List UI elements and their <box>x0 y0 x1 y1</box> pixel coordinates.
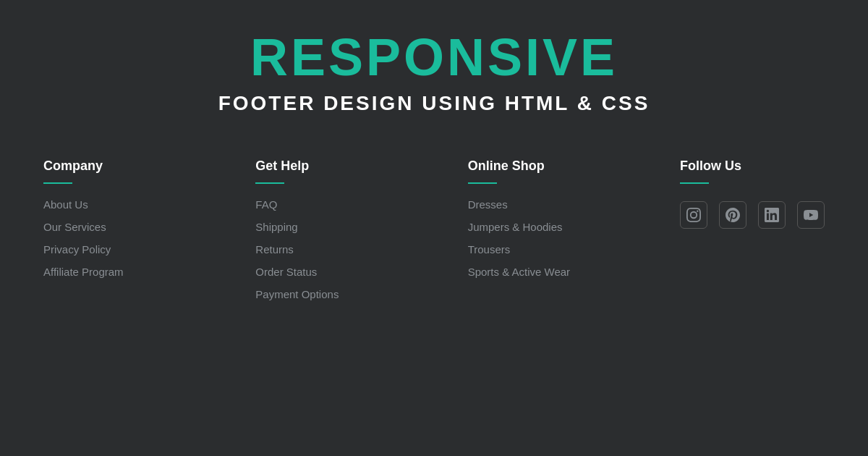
main-title: RESPONSIVE <box>14 29 854 86</box>
link-sports-active-wear[interactable]: Sports & Active Wear <box>468 266 598 278</box>
link-our-services[interactable]: Our Services <box>43 221 174 233</box>
follow-us-divider <box>680 182 709 184</box>
footer-column-follow-us: Follow Us <box>680 159 825 442</box>
pinterest-icon[interactable] <box>719 201 746 229</box>
get-help-divider <box>255 182 284 184</box>
link-affiliate-program[interactable]: Affiliate Program <box>43 266 174 278</box>
sub-title: FOOTER DESIGN USING HTML & CSS <box>14 92 854 115</box>
link-payment-options[interactable]: Payment Options <box>255 288 386 300</box>
page-wrapper: RESPONSIVE FOOTER DESIGN USING HTML & CS… <box>0 0 868 456</box>
youtube-icon[interactable] <box>797 201 825 229</box>
link-order-status[interactable]: Order Status <box>255 266 386 278</box>
link-trousers[interactable]: Trousers <box>468 243 598 256</box>
link-shipping[interactable]: Shipping <box>255 221 386 233</box>
footer-column-online-shop: Online Shop Dresses Jumpers & Hoodies Tr… <box>468 159 598 442</box>
online-shop-divider <box>468 182 497 184</box>
footer-column-company: Company About Us Our Services Privacy Po… <box>43 159 174 442</box>
link-faq[interactable]: FAQ <box>255 198 386 211</box>
get-help-heading: Get Help <box>255 159 386 174</box>
link-returns[interactable]: Returns <box>255 243 386 256</box>
company-divider <box>43 182 72 184</box>
social-icons-container <box>680 201 825 229</box>
online-shop-heading: Online Shop <box>468 159 598 174</box>
link-privacy-policy[interactable]: Privacy Policy <box>43 243 174 256</box>
footer-column-get-help: Get Help FAQ Shipping Returns Order Stat… <box>255 159 386 442</box>
instagram-icon[interactable] <box>680 201 707 229</box>
footer-section: Company About Us Our Services Privacy Po… <box>0 137 868 456</box>
linkedin-icon[interactable] <box>758 201 786 229</box>
follow-us-heading: Follow Us <box>680 159 825 174</box>
link-jumpers-hoodies[interactable]: Jumpers & Hoodies <box>468 221 598 233</box>
header-section: RESPONSIVE FOOTER DESIGN USING HTML & CS… <box>0 0 868 137</box>
link-about-us[interactable]: About Us <box>43 198 174 211</box>
link-dresses[interactable]: Dresses <box>468 198 598 211</box>
company-heading: Company <box>43 159 174 174</box>
